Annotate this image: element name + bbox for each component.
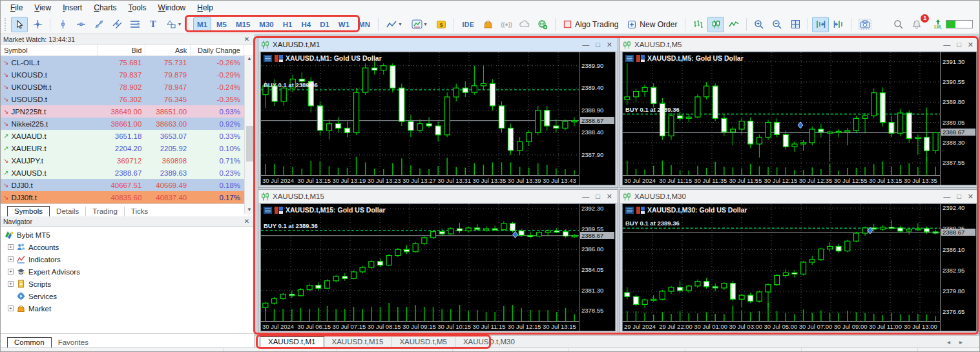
minimize-button[interactable]: — — [943, 41, 950, 49]
maximize-button[interactable]: □ — [596, 41, 600, 49]
timeframe-button-m5[interactable]: M5 — [213, 17, 231, 32]
new-order-button[interactable]: New Order — [623, 17, 682, 32]
expand-icon[interactable]: + — [8, 256, 14, 262]
minimize-button[interactable]: — — [582, 41, 589, 49]
signals-button[interactable]: ((●)) — [498, 17, 515, 32]
tab-details[interactable]: Details — [50, 207, 85, 216]
table-row-dj30ft.t[interactable]: ↘DJ30ft.t40835.6040837.400.17% — [1, 191, 254, 203]
menu-item-tools[interactable]: Tools — [123, 1, 152, 14]
chart-window-xauusd-m5[interactable]: XAUUSD.t,M5 —□✕ XAUUSD.t,M5: Gold US Dol… — [620, 37, 979, 188]
sidebar-item-accounts[interactable]: +Accounts — [3, 241, 254, 253]
expand-icon[interactable]: + — [8, 269, 14, 274]
expand-icon[interactable]: + — [8, 281, 14, 287]
chart-window-xauusd-m30[interactable]: XAUUSD.t,M30 —□✕ XAUUSD.t,M30: Gold US D… — [620, 189, 979, 334]
sidebar-item-services[interactable]: Services — [3, 290, 254, 302]
shift-chart-back-button[interactable] — [830, 17, 847, 32]
chart-titlebar[interactable]: XAUUSD.t,M5 —□✕ — [620, 38, 979, 51]
zoom-in-button[interactable] — [751, 17, 767, 32]
column-header-daily-change[interactable]: Daily Change — [191, 45, 244, 56]
close-icon[interactable]: ✕ — [242, 218, 251, 225]
currency-button[interactable]: $ — [433, 17, 450, 32]
tab-scroll-arrows[interactable]: ◂▸ — [947, 338, 980, 346]
column-header-symbol[interactable]: Symbol — [1, 45, 98, 56]
close-button[interactable]: ✕ — [607, 192, 612, 201]
chart-tab-xauusd-t-m30[interactable]: XAUUSD.t,M30 — [455, 337, 523, 347]
levels-indicator[interactable]: LVL — [934, 19, 942, 30]
close-button[interactable]: ✕ — [968, 41, 974, 49]
table-row-jpn225ft.t[interactable]: ↘JPN225ft.t38649.0038651.000.93% — [1, 105, 254, 118]
sidebar-item-market[interactable]: +Market — [3, 302, 254, 315]
menu-item-view[interactable]: View — [28, 1, 57, 14]
chart-tab-xauusd-t-m1[interactable]: XAUUSD.t,M1 — [260, 336, 324, 347]
horizontal-line-tool-button[interactable] — [72, 17, 89, 32]
timeframe-button-m1[interactable]: M1 — [193, 17, 211, 32]
vps-button[interactable] — [516, 17, 533, 32]
maximize-button[interactable]: □ — [957, 41, 961, 49]
timeframe-button-h4[interactable]: H4 — [297, 17, 315, 32]
table-row-xaujpy.t[interactable]: ↘XAUJPY.t3697123698980.71% — [1, 154, 254, 167]
chart-tab-xauusd-t-m15[interactable]: XAUUSD.t,M15 — [324, 337, 391, 347]
price-axis[interactable]: 2389.902389.402388.902388.402387.902388.… — [579, 52, 615, 185]
price-axis[interactable]: 2392.302389.552386.802384.052381.302378.… — [579, 204, 615, 331]
scroll-down-icon[interactable]: ▼ — [245, 206, 254, 214]
screenshot-button[interactable] — [855, 17, 875, 32]
time-axis[interactable]: 30 Jul 202430 Jul 13:1530 Jul 13:1930 Ju… — [261, 175, 579, 185]
tile-windows-button[interactable] — [787, 17, 804, 32]
sidebar-item-scripts[interactable]: +Scripts — [3, 278, 254, 290]
sidebar-item-indicators[interactable]: +Indicators — [3, 253, 254, 265]
chart-titlebar[interactable]: XAUUSD.t,M30 —□✕ — [620, 190, 979, 203]
navigator-root-bybit-mt5[interactable]: Bybit MT5 — [3, 229, 254, 241]
timeframe-button-d1[interactable]: D1 — [316, 17, 333, 32]
bar-chart-mode-button[interactable] — [689, 17, 706, 32]
menu-item-charts[interactable]: Charts — [88, 1, 122, 14]
table-row-dj30.t[interactable]: ↘DJ30.t40667.5140669.490.18% — [1, 179, 254, 191]
close-button[interactable]: ✕ — [607, 41, 612, 49]
shapes-tool-button[interactable]: ▾ — [163, 17, 185, 32]
market-store-button[interactable] — [480, 17, 497, 32]
algo-trading-button[interactable]: Algo Trading — [559, 17, 623, 32]
table-row-xaueur.t[interactable]: ↗XAUEUR.t2204.202205.920.10% — [1, 142, 254, 154]
menu-item-file[interactable]: File — [5, 1, 28, 14]
candlestick-plot[interactable]: XAUUSD.t,M5: Gold US Dollar BUY 0.1 at 2… — [623, 52, 940, 175]
text-tool-button[interactable]: T — [145, 17, 162, 32]
candlestick-mode-button[interactable] — [707, 17, 724, 32]
price-axis[interactable]: 2392.402389.252386.102382.952379.802376.… — [940, 204, 976, 331]
tab-common[interactable]: Common — [7, 337, 52, 348]
search-button[interactable] — [890, 17, 907, 32]
trendline-tool-button[interactable] — [90, 17, 107, 32]
market-watch-scrollbar[interactable]: ▲ ▼ — [244, 55, 254, 214]
timeframe-button-mn[interactable]: MN — [355, 17, 374, 32]
tab-symbols[interactable]: Symbols — [7, 206, 50, 217]
ide-button[interactable]: IDE — [458, 17, 479, 32]
zoom-out-button[interactable] — [769, 17, 786, 32]
timeframe-button-w1[interactable]: W1 — [335, 17, 353, 32]
shift-chart-end-button[interactable] — [812, 17, 829, 32]
timeframe-button-m15[interactable]: M15 — [232, 17, 254, 32]
chart-window-xauusd-m1[interactable]: XAUUSD.t,M1 —□✕ XAUUSD.t,M1: Gold US Dol… — [258, 37, 618, 188]
channel-tool-button[interactable] — [109, 17, 125, 32]
chart-titlebar[interactable]: XAUUSD.t,M1 —□✕ — [258, 38, 618, 51]
table-row-ukousdft.t[interactable]: ↘UKOUSDft.t78.90278.947-0.24% — [1, 81, 254, 93]
menu-item-window[interactable]: Window — [152, 1, 192, 14]
line-chart-mode-button[interactable] — [725, 17, 742, 32]
time-axis[interactable]: 30 Jul 202430 Jul 11:1530 Jul 11:3530 Ju… — [623, 175, 940, 185]
notifications-button[interactable]: 1 — [908, 17, 925, 32]
vertical-line-tool-button[interactable] — [54, 17, 71, 32]
table-row-xauusd.t[interactable]: ↗XAUUSD.t2388.672389.630.23% — [1, 167, 254, 179]
time-axis[interactable]: 29 Jul 202429 Jul 22:0030 Jul 01:0030 Ju… — [623, 321, 940, 331]
menu-item-insert[interactable]: Insert — [57, 1, 88, 14]
chart-tab-xauusd-t-m5[interactable]: XAUUSD.t,M5 — [391, 337, 455, 347]
community-button[interactable] — [534, 17, 551, 32]
fibonacci-tool-button[interactable] — [127, 17, 143, 32]
sidebar-item-expert-advisors[interactable]: +Expert Advisors — [3, 265, 254, 278]
close-icon[interactable]: ✕ — [242, 36, 251, 43]
time-axis[interactable]: 30 Jul 202430 Jul 06:1530 Jul 07:1530 Ju… — [261, 321, 579, 331]
expand-icon[interactable]: + — [8, 305, 14, 311]
table-row-cl-oil.t[interactable]: ↘CL-OIL.t75.68175.731-0.26% — [1, 56, 254, 68]
table-row-nikkei225.t[interactable]: ↘Nikkei225.t38661.0038663.000.92% — [1, 118, 254, 130]
scrollbar-thumb[interactable] — [246, 126, 253, 161]
cursor-tool-button[interactable] — [11, 17, 28, 32]
close-button[interactable]: ✕ — [968, 192, 974, 201]
crosshair-tool-button[interactable] — [29, 17, 46, 32]
indicators-button[interactable]: ▾ — [382, 17, 406, 32]
